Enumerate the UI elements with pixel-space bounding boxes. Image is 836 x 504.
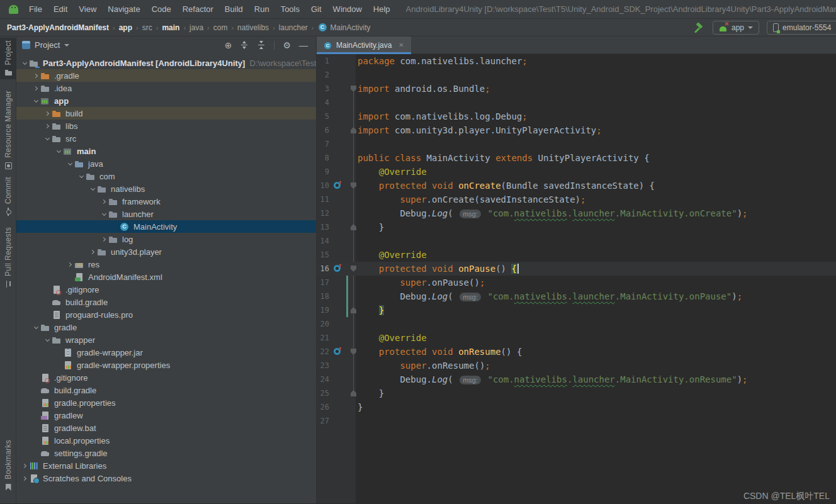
menu-help[interactable]: Help xyxy=(368,4,396,14)
tree-row-log[interactable]: log xyxy=(16,233,316,245)
tree-chevron-icon[interactable] xyxy=(43,109,52,118)
tree-chevron-icon[interactable] xyxy=(20,474,29,483)
tree-row-idea[interactable]: .idea xyxy=(16,82,316,94)
tree-row-src[interactable]: src xyxy=(16,132,316,145)
build-hammer-icon[interactable] xyxy=(694,23,705,33)
tree-row-launcher[interactable]: launcher xyxy=(16,208,316,220)
tree-chevron-icon[interactable] xyxy=(88,247,97,256)
tool-stripe-bookmarks[interactable]: Bookmarks xyxy=(0,437,16,494)
override-method-gutter-icon[interactable] xyxy=(334,182,341,189)
tree-chevron-icon[interactable] xyxy=(43,121,52,130)
project-view-dropdown[interactable]: Project xyxy=(35,40,60,50)
locate-file-icon[interactable]: ⊕ xyxy=(225,41,232,50)
tree-row-java[interactable]: java xyxy=(16,157,316,170)
code-editor[interactable]: 1package com.nativelibs.launcher;23impor… xyxy=(317,54,836,503)
tree-row-gitignore[interactable]: .gitignore xyxy=(16,371,316,384)
tree-row-gradlew-bat[interactable]: gradlew.bat xyxy=(16,422,316,434)
tree-chevron-icon[interactable] xyxy=(99,235,108,244)
tree-row-main[interactable]: main xyxy=(16,145,316,157)
tree-row-mainactivity[interactable]: MainActivity xyxy=(16,220,316,233)
tree-row-settings-gradle[interactable]: settings.gradle xyxy=(16,447,316,459)
line-number: 6 xyxy=(317,123,329,137)
tree-row-gradle-wrapper-jar[interactable]: gradle-wrapper.jar xyxy=(16,346,316,359)
settings-gear-icon[interactable]: ⚙ xyxy=(283,41,291,50)
tree-chevron-icon[interactable] xyxy=(77,172,86,181)
tool-stripe-pull-requests[interactable]: Pull Requests xyxy=(0,225,16,291)
close-tab-icon[interactable]: ✕ xyxy=(397,42,405,48)
collapse-all-icon[interactable] xyxy=(257,41,266,49)
tree-row-nativelibs[interactable]: nativelibs xyxy=(16,182,316,195)
menu-run[interactable]: Run xyxy=(249,4,275,14)
tree-chevron-icon[interactable] xyxy=(31,96,40,105)
menu-file[interactable]: File xyxy=(23,4,48,14)
breadcrumb-mainactivity[interactable]: MainActivity xyxy=(317,23,371,32)
tree-chevron-icon[interactable] xyxy=(43,134,52,143)
tree-row-proguard-rules-pro[interactable]: proguard-rules.pro xyxy=(16,308,316,321)
tree-row-build-gradle[interactable]: build.gradle xyxy=(16,384,316,396)
tree-chevron-icon[interactable] xyxy=(99,197,108,206)
tree-row-gitignore[interactable]: .gitignore xyxy=(16,283,316,296)
tree-row-app[interactable]: app xyxy=(16,94,316,107)
breadcrumb-src[interactable]: src xyxy=(142,23,153,32)
tree-row-com[interactable]: com xyxy=(16,170,316,182)
tree-row-res[interactable]: res xyxy=(16,258,316,271)
tree-chevron-icon[interactable] xyxy=(99,210,108,218)
menu-build[interactable]: Build xyxy=(219,4,249,14)
tree-row-gradle[interactable]: gradle xyxy=(16,321,316,333)
tree-row-build-gradle[interactable]: build.gradle xyxy=(16,296,316,308)
menu-tools[interactable]: Tools xyxy=(275,4,305,14)
menu-navigate[interactable]: Navigate xyxy=(102,4,145,14)
tree-chevron-icon[interactable] xyxy=(31,71,40,80)
breadcrumb-nativelibs[interactable]: nativelibs xyxy=(237,23,269,32)
tree-row-gradle-properties[interactable]: gradle.properties xyxy=(16,396,316,409)
tree-chevron-icon[interactable] xyxy=(65,260,74,269)
tool-stripe-label: Bookmarks xyxy=(4,440,13,479)
hide-panel-icon[interactable]: — xyxy=(299,41,308,50)
tree-row-external-libraries[interactable]: External Libraries xyxy=(16,459,316,472)
tree-chevron-icon[interactable] xyxy=(31,323,40,332)
tree-chevron-icon[interactable] xyxy=(65,159,74,168)
breadcrumb-app[interactable]: app xyxy=(118,23,133,32)
breadcrumb-launcher[interactable]: launcher xyxy=(278,23,308,32)
device-selector[interactable]: emulator-5554 xyxy=(767,21,836,35)
tree-row-part3-applyandroidmanifest-androidlibrary4unity[interactable]: Part3-ApplyAndroidManifest [AndroidLibra… xyxy=(16,57,316,69)
tree-chevron-icon[interactable] xyxy=(43,335,52,344)
menu-window[interactable]: Window xyxy=(327,4,368,14)
tree-row-androidmanifest-xml[interactable]: AndroidManifest.xml xyxy=(16,271,316,283)
tree-row-scratches-and-consoles[interactable]: Scratches and Consoles xyxy=(16,472,316,484)
tree-row-gradle-wrapper-properties[interactable]: gradle-wrapper.properties xyxy=(16,359,316,371)
tree-row-framework[interactable]: framework xyxy=(16,195,316,208)
tree-chevron-icon[interactable] xyxy=(88,184,97,193)
override-method-gutter-icon[interactable] xyxy=(334,348,341,355)
run-config-selector[interactable]: app xyxy=(713,21,759,35)
expand-all-icon[interactable] xyxy=(240,41,249,49)
breadcrumb-java[interactable]: java xyxy=(189,23,204,32)
breadcrumb-main[interactable]: main xyxy=(161,23,180,32)
menu-git[interactable]: Git xyxy=(305,4,327,14)
tree-row-gradlew[interactable]: gradlew xyxy=(16,409,316,422)
override-method-gutter-icon[interactable] xyxy=(334,265,341,272)
menu-edit[interactable]: Edit xyxy=(48,4,73,14)
tree-row-gradle[interactable]: .gradle xyxy=(16,69,316,82)
breadcrumb-com[interactable]: com xyxy=(213,23,229,32)
tree-chevron-icon[interactable] xyxy=(31,84,40,92)
tree-chevron-icon[interactable] xyxy=(54,147,63,155)
tree-row-build[interactable]: build xyxy=(16,107,316,120)
breadcrumb-part3-applyandroidmanifest[interactable]: Part3-ApplyAndroidManifest xyxy=(6,23,110,32)
package-icon xyxy=(108,235,118,244)
tree-row-unity3d-player[interactable]: unity3d.player xyxy=(16,245,316,258)
menu-code[interactable]: Code xyxy=(146,4,177,14)
tool-stripe-project[interactable]: Project xyxy=(0,38,16,79)
tree-row-wrapper[interactable]: wrapper xyxy=(16,333,316,346)
tree-chevron-icon[interactable] xyxy=(20,59,29,67)
tool-stripe-resource-manager[interactable]: Resource Manager xyxy=(0,88,16,172)
tree-row-libs[interactable]: libs xyxy=(16,120,316,132)
tree-chevron-icon[interactable] xyxy=(20,461,29,470)
menu-view[interactable]: View xyxy=(73,4,102,14)
tab-mainactivity-java[interactable]: MainActivity.java ✕ xyxy=(317,36,411,53)
tool-stripe-commit[interactable]: Commit xyxy=(0,174,16,218)
properties-icon xyxy=(40,436,50,445)
menu-refactor[interactable]: Refactor xyxy=(177,4,219,14)
code-line-2: 2 xyxy=(317,68,836,82)
tree-row-local-properties[interactable]: local.properties xyxy=(16,434,316,447)
